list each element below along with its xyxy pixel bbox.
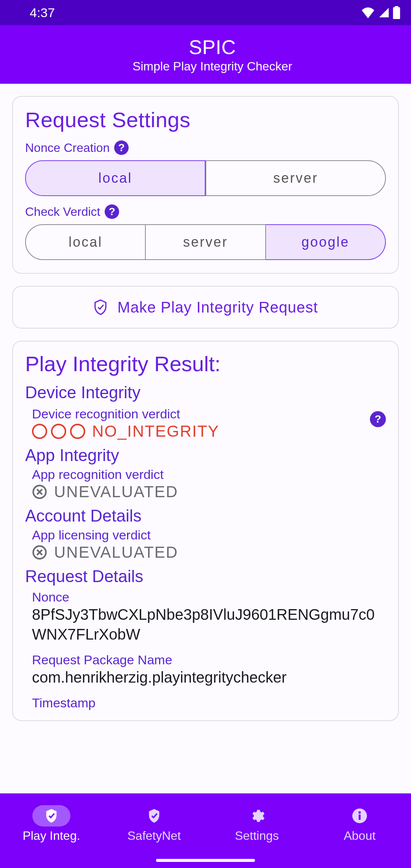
make-request-label: Make Play Integrity Request (117, 299, 318, 316)
svg-rect-3 (358, 814, 360, 820)
signal-icon (378, 7, 390, 18)
wifi-icon (361, 7, 375, 18)
app-integrity-heading: App Integrity (25, 446, 386, 465)
shield-check-icon (93, 299, 108, 316)
app-verdict-value: UNEVALUATED (32, 483, 386, 501)
nonce-creation-label: Nonce Creation (25, 141, 110, 155)
result-title: Play Integrity Result: (25, 351, 386, 376)
check-verdict-row: Check Verdict ? (25, 204, 386, 219)
nav-about[interactable]: About (308, 793, 411, 868)
result-card: Play Integrity Result: Device Integrity … (12, 341, 399, 721)
nonce-option-server[interactable]: server (206, 160, 386, 196)
make-request-button[interactable]: Make Play Integrity Request (12, 286, 399, 329)
x-circle-icon (32, 484, 47, 499)
nav-safetynet[interactable]: SafetyNet (103, 793, 206, 868)
help-icon[interactable]: ? (114, 140, 129, 155)
nonce-value: 8PfSJy3TbwCXLpNbe3p8IVluJ9601RENGgmu7c0W… (32, 605, 386, 644)
x-circle-icon (32, 545, 47, 560)
shield-check-icon (147, 808, 161, 824)
nonce-label: Nonce (32, 590, 386, 605)
bottom-nav: Play Integ. SafetyNet Settings About (0, 793, 411, 868)
nav-label: SafetyNet (127, 829, 181, 843)
nonce-segmented-control: local server (25, 160, 386, 196)
request-details-heading: Request Details (25, 567, 386, 586)
request-settings-card: Request Settings Nonce Creation ? local … (12, 96, 399, 274)
device-integrity-heading: Device Integrity (25, 383, 386, 402)
app-verdict-label: App recognition verdict (32, 467, 386, 482)
app-subtitle: Simple Play Integrity Checker (132, 59, 292, 73)
verdict-option-server[interactable]: server (146, 224, 266, 260)
nonce-creation-row: Nonce Creation ? (25, 140, 386, 155)
app-header: SPIC Simple Play Integrity Checker (0, 25, 411, 84)
shield-check-icon (44, 808, 59, 824)
nav-label: Play Integ. (22, 829, 80, 843)
home-indicator (156, 859, 255, 862)
package-name-value: com.henrikherzig.playintegritychecker (32, 667, 386, 687)
svg-point-4 (358, 811, 361, 814)
device-verdict-value: NO_INTEGRITY (32, 422, 219, 440)
status-bar: 4:37 (0, 0, 411, 25)
verdict-segmented-control: local server google (25, 224, 386, 260)
help-icon[interactable]: ? (105, 204, 119, 219)
nav-settings[interactable]: Settings (206, 793, 308, 868)
nav-play-integrity[interactable]: Play Integ. (0, 793, 103, 868)
content: Request Settings Nonce Creation ? local … (0, 84, 411, 793)
device-verdict-label: Device recognition verdict (32, 407, 219, 421)
account-details-heading: Account Details (25, 506, 386, 525)
help-icon[interactable]: ? (370, 411, 386, 427)
timestamp-label: Timestamp (32, 696, 386, 710)
battery-icon (393, 6, 400, 19)
package-name-label: Request Package Name (32, 653, 386, 667)
integrity-circles-icon (32, 424, 85, 439)
status-icons (361, 6, 400, 19)
gear-icon (249, 808, 265, 824)
account-verdict-label: App licensing verdict (32, 528, 386, 542)
nav-label: Settings (235, 829, 279, 843)
check-verdict-label: Check Verdict (25, 205, 100, 219)
nav-label: About (344, 829, 376, 843)
request-settings-title: Request Settings (25, 107, 386, 132)
info-icon (352, 808, 368, 824)
verdict-option-google[interactable]: google (266, 224, 386, 260)
verdict-option-local[interactable]: local (25, 224, 146, 260)
app-title: SPIC (189, 36, 236, 59)
nonce-option-local[interactable]: local (25, 160, 206, 196)
clock: 4:37 (30, 5, 55, 20)
account-verdict-value: UNEVALUATED (32, 543, 386, 562)
